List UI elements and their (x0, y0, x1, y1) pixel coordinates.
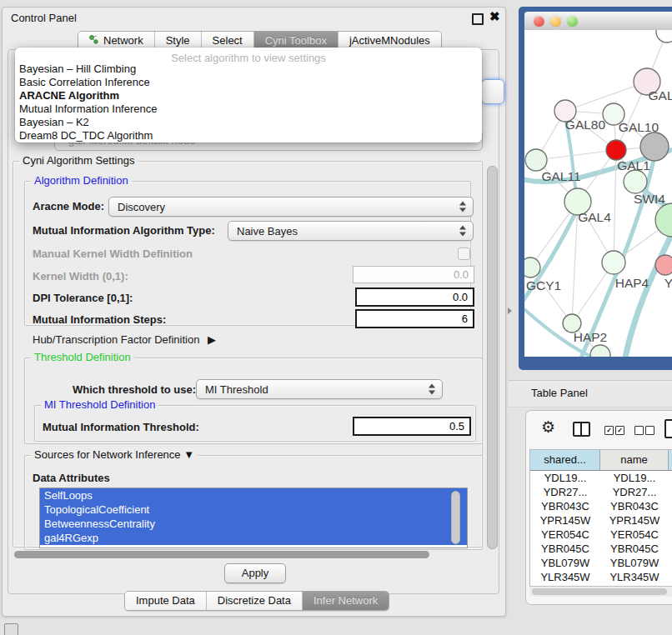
close-icon[interactable]: ✖ (489, 9, 500, 24)
attribute-item-gal4rgexp[interactable]: gal4RGexp (40, 531, 467, 545)
cyni-algorithm-settings-legend: Cyni Algorithm Settings (19, 154, 138, 167)
splitter-handle-icon[interactable] (508, 308, 512, 314)
table-row[interactable]: YBL079WYBL079W (530, 556, 672, 570)
network-node-label: HAP4 (615, 276, 649, 290)
table-cell: 13 (669, 471, 672, 485)
apply-button[interactable]: Apply (224, 563, 286, 583)
mi-steps-label: Mutual Information Steps: (33, 313, 166, 326)
algorithm-option-aracne-algorithm[interactable]: ARACNE Algorithm (15, 89, 482, 102)
table-hscroll-thumb[interactable] (532, 588, 667, 595)
algorithm-option-bayesian-hill-climbing[interactable]: Bayesian – Hill Climbing (15, 62, 482, 76)
tab-label: Discretize Data (218, 592, 291, 610)
attribute-item-topologicalcoefficient[interactable]: TopologicalCoefficient (40, 502, 467, 517)
table-cell: YPR145W (530, 513, 600, 528)
tab-discretize-data[interactable]: Discretize Data (206, 592, 302, 610)
tab-infer-network[interactable]: Infer Network (302, 592, 389, 610)
table-doc-icon[interactable] (664, 419, 672, 438)
which-threshold-combo[interactable]: MI Threshold (196, 379, 443, 399)
network-node-label: GAL (648, 88, 672, 102)
settings-horizontal-scrollbar[interactable] (14, 551, 429, 558)
network-canvas[interactable]: GALGAL80GAL10GAL1GAL11SWI4GAL4GCY1HAP4YH… (524, 30, 672, 357)
manual-kernel-label: Manual Kernel Width Definition (33, 248, 193, 260)
table-hscroll-track[interactable] (529, 586, 672, 597)
select-all-icon[interactable]: ✓ (604, 426, 614, 435)
algorithm-option-mutual-information-inference[interactable]: Mutual Information Inference (15, 102, 482, 116)
column-header-2[interactable] (669, 450, 672, 470)
network-node-label: HAP2 (574, 330, 608, 344)
algorithm-option-dream8-dc-tdc-algorithm[interactable]: Dream8 DC_TDC Algorithm (15, 129, 482, 142)
network-node-y[interactable] (655, 255, 672, 275)
expanded-arrow-icon: ▼ (183, 448, 194, 461)
kernel-width-label: Kernel Width (0,1): (33, 270, 128, 282)
table-cell: YER054C (600, 528, 669, 542)
column-header-shared[interactable]: shared... (530, 450, 600, 470)
mi-type-combo[interactable]: Naive Bayes (228, 221, 474, 241)
network-node-gal11[interactable] (525, 149, 547, 171)
dpi-tolerance-label: DPI Tolerance [0,1]: (33, 292, 133, 304)
inference-algorithm-combo-fragment[interactable] (481, 79, 504, 104)
dpi-tolerance-input[interactable] (355, 288, 474, 307)
table-row[interactable]: YER054CYER054C8. (530, 528, 672, 542)
algorithm-popup-list: Bayesian – Hill ClimbingBasic Correlatio… (15, 62, 482, 142)
mi-steps-input[interactable] (355, 309, 474, 328)
manual-kernel-checkbox[interactable] (458, 248, 470, 260)
settings-vertical-scrollbar[interactable] (487, 166, 498, 549)
network-node[interactable] (656, 30, 672, 42)
column-header-name[interactable]: name (600, 450, 669, 470)
collapsed-arrow-icon: ▶ (208, 333, 216, 346)
algorithm-popup: Select algorithm to view settings Bayesi… (15, 48, 482, 142)
network-window-titlebar[interactable] (524, 12, 672, 30)
table-rows: YDL19...YDL19...13YDR27...YDR27...12YBR0… (530, 471, 672, 590)
network-node[interactable] (640, 132, 669, 161)
attribute-item-selfloops[interactable]: SelfLoops (40, 488, 467, 502)
table-cell: YDR27... (530, 485, 600, 499)
attribute-item-betweennesscentrality[interactable]: BetweennessCentrality (40, 517, 467, 531)
minimize-traffic-light-icon[interactable] (550, 16, 561, 27)
close-traffic-light-icon[interactable] (534, 16, 544, 27)
table-cell: YER054C (530, 528, 600, 542)
table-row[interactable]: YLR345WYLR345W9. (530, 570, 672, 584)
table-cell: YBL079W (600, 556, 669, 570)
network-node[interactable] (606, 140, 626, 160)
network-node-swi4[interactable] (655, 203, 672, 237)
zoom-traffic-light-icon[interactable] (567, 16, 578, 27)
kernel-width-input[interactable] (353, 266, 474, 283)
table-cell: YDL19... (530, 471, 600, 485)
table-row[interactable]: YDR27...YDR27...12 (530, 485, 672, 499)
algorithm-option-basic-correlation-inference[interactable]: Basic Correlation Inference (15, 76, 482, 89)
mi-threshold-legend: MI Threshold Definition (41, 398, 158, 411)
split-view-icon[interactable] (573, 422, 590, 437)
which-threshold-value: MI Threshold (205, 383, 268, 396)
network-node-gal1[interactable] (624, 170, 647, 193)
sources-legend[interactable]: Sources for Network Inference ▼ (31, 448, 198, 461)
network-node-label: GAL1 (617, 158, 650, 172)
table-panel-card: ⚙ ✓ ✓ shared...name YDL19...YDL19...13YD… (525, 410, 672, 605)
network-node-label: GCY1 (526, 278, 561, 292)
table-row[interactable]: YBR043CYBR043C (530, 499, 672, 513)
table-row[interactable]: YBR045CYBR045C9. (530, 542, 672, 556)
deselect-all-icon[interactable] (634, 426, 644, 435)
table-cell: YBL079W (530, 556, 600, 570)
table-row[interactable]: YDL19...YDL19...13 (530, 471, 672, 485)
table-row[interactable]: YPR145WYPR145W9. (530, 513, 672, 528)
attributes-scrollbar-thumb[interactable] (451, 491, 460, 544)
hub-definition-toggle[interactable]: Hub/Transcription Factor Definition ▶ (33, 333, 216, 346)
gear-icon[interactable]: ⚙ (541, 418, 555, 437)
network-node-label: GAL4 (578, 210, 611, 224)
popup-header: Select algorithm to view settings (15, 48, 482, 62)
algorithm-definition-legend: Algorithm Definition (31, 174, 132, 187)
select-all-icon-2[interactable]: ✓ (615, 426, 624, 435)
minimized-panel-icon[interactable] (4, 623, 18, 635)
algorithm-option-bayesian-k2[interactable]: Bayesian – K2 (15, 116, 482, 129)
table-cell (669, 499, 672, 513)
network-node-hap4[interactable] (602, 251, 625, 274)
aracne-mode-combo[interactable]: Discovery (108, 197, 474, 217)
network-node-gcy1[interactable] (524, 258, 540, 278)
deselect-all-icon-2[interactable] (645, 426, 654, 435)
network-node-label: GAL11 (541, 169, 580, 183)
tab-impute-data[interactable]: Impute Data (125, 592, 206, 610)
float-window-icon[interactable] (472, 13, 484, 25)
table-cell: YLR345W (600, 570, 669, 584)
data-attributes-list[interactable]: SelfLoopsTopologicalCoefficientBetweenne… (39, 488, 468, 548)
mi-threshold-input[interactable] (353, 417, 471, 436)
